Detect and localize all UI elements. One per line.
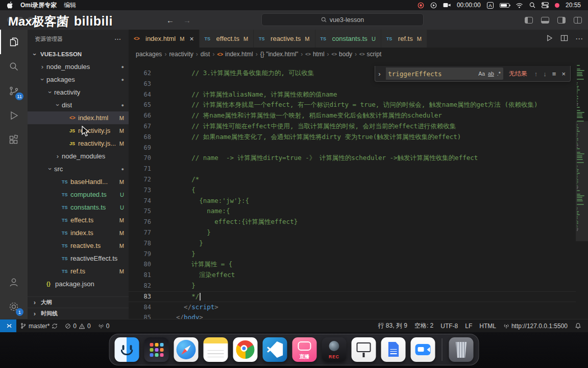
breadcrumb-item-dist[interactable]: dist [201, 51, 210, 58]
dock-icon-finder[interactable] [115, 337, 139, 362]
problems-indicator[interactable]: 0 0 [61, 319, 94, 332]
tab-effect.ts[interactable]: TSeffect.tsM [200, 30, 254, 48]
explorer-icon[interactable] [0, 30, 28, 54]
zoom-window-button[interactable] [28, 17, 34, 23]
breadcrumb-item-script[interactable]: <>script [359, 51, 381, 58]
code-line-65[interactable]: 65 // 计算属性本身就是一个effect, 有一个标识dirty = tru… [129, 100, 588, 110]
tree-item-reactive.ts[interactable]: TSreactive.tsM [28, 239, 129, 252]
play-icon[interactable] [430, 2, 437, 9]
tree-item-baseHandl...[interactable]: TSbaseHandl...M [28, 175, 129, 188]
find-in-selection-icon[interactable]: ≡ [551, 70, 558, 78]
dock-icon-docs-app[interactable] [381, 337, 406, 362]
code-line-79[interactable]: 79 } [129, 249, 588, 260]
tree-item-node_modules[interactable]: ›node_modules● [28, 60, 129, 73]
code-line-67[interactable]: 67 // 计算属性可能在effect中使用, 当取计算属性的时候, 会对当前的… [129, 121, 588, 132]
toggle-panel-icon[interactable] [541, 17, 549, 24]
dock-icon-launchpad[interactable] [144, 337, 169, 362]
battery-icon[interactable] [500, 3, 509, 8]
accounts-icon[interactable] [0, 270, 28, 294]
code-line-81[interactable]: 81 渲染effect [129, 270, 588, 281]
breadcrumb-item-index.html[interactable]: <>index.html [217, 51, 253, 58]
statusbar-live-server[interactable]: http://127.0.0.1:5500 [500, 319, 571, 332]
tree-item-index.ts[interactable]: TSindex.tsM [28, 226, 129, 239]
control-center-icon[interactable] [542, 2, 549, 8]
tree-item-constants.ts[interactable]: TSconstants.tsU [28, 201, 129, 214]
tab-index.html[interactable]: <>index.htmlM× [129, 30, 200, 48]
tree-item-reactivity[interactable]: ›reactivity [28, 86, 129, 99]
code-line-69[interactable]: 69 [129, 143, 588, 153]
dock-icon-trash[interactable] [449, 337, 474, 362]
dock-icon-notes[interactable] [204, 337, 228, 362]
search-icon[interactable] [0, 54, 28, 79]
dock-icon-projector-app[interactable] [352, 337, 376, 362]
dock-icon-meeting-app[interactable] [411, 337, 435, 362]
traffic-lights[interactable] [7, 17, 34, 23]
tree-item-reactivity.js[interactable]: JSreactivity.jsM [28, 124, 129, 137]
minimap[interactable] [576, 61, 588, 319]
menubar-clock[interactable]: 20:55 [566, 2, 581, 9]
record-indicator-icon[interactable] [418, 2, 424, 9]
statusbar-encoding[interactable]: UTF-8 [437, 319, 461, 332]
apple-menu-icon[interactable] [7, 2, 13, 9]
code-line-73[interactable]: 73 { [129, 185, 588, 196]
whole-word-toggle[interactable]: ab [486, 70, 496, 78]
toggle-sidebar-icon[interactable] [525, 17, 533, 24]
find-input[interactable] [386, 67, 477, 80]
tree-item-package.json[interactable]: {}package.json [28, 278, 129, 290]
tree-item-src[interactable]: ›src● [28, 163, 129, 175]
tab-ref.ts[interactable]: TSref.tsM [381, 30, 427, 48]
command-center-search[interactable]: vue3-lesson [261, 13, 424, 26]
code-line-70[interactable]: 70 // name -> 计算属性dirty=true -》 计算属性的sch… [129, 153, 588, 164]
camera-icon[interactable] [443, 2, 451, 8]
next-match-icon[interactable]: ↓ [542, 70, 548, 78]
code-line-66[interactable]: 66 // 将name属性和计算属性做一个映射, 稍后name变化后会触发计算属… [129, 110, 588, 121]
tree-item-index.html[interactable]: <>index.htmlM [28, 111, 129, 124]
tab-constants.ts[interactable]: TSconstants.tsU [315, 30, 381, 48]
menubar-edit-menu[interactable]: 编辑 [64, 1, 76, 10]
minimize-window-button[interactable] [17, 17, 23, 23]
tree-item-computed.ts[interactable]: TScomputed.tsU [28, 188, 129, 201]
code-line-85[interactable]: 85 </body> [129, 312, 588, 319]
bilibili-tray-icon[interactable] [555, 3, 559, 8]
menubar-app-name[interactable]: Omi录屏专家 [20, 1, 57, 10]
run-file-icon[interactable] [546, 34, 553, 43]
tree-item-ref.ts[interactable]: TSref.tsM [28, 265, 129, 278]
breadcrumb-item-index.html[interactable]: {} "index.html" [260, 51, 299, 58]
split-editor-icon[interactable] [560, 34, 568, 43]
toggle-replace-chevron-icon[interactable]: › [378, 70, 383, 78]
customize-layout-icon[interactable] [574, 17, 582, 24]
code-line-76[interactable]: 76 effect:{计算属性effect} [129, 217, 588, 227]
code-line-82[interactable]: 82 } [129, 281, 588, 291]
nav-forward-button[interactable]: → [183, 16, 191, 25]
breadcrumb-item-reactivity[interactable]: reactivity [169, 51, 193, 58]
code-line-74[interactable]: 74 {name:'jw'}:{ [129, 196, 588, 206]
code-line-71[interactable]: 71 [129, 164, 588, 174]
breadcrumb-item-body[interactable]: <>body [332, 51, 353, 58]
regex-toggle[interactable]: .* [496, 70, 502, 78]
breadcrumb-item-html[interactable]: <>html [305, 51, 324, 58]
code-line-64[interactable]: 64 // 计算属性aliasName, 计算属性依赖的值name [129, 89, 588, 100]
dock-icon-screen-recorder[interactable]: REC [322, 337, 347, 362]
code-line-84[interactable]: 84 </script> [129, 302, 588, 313]
remote-indicator[interactable] [0, 319, 16, 332]
tree-item-reactivity.js...[interactable]: JSreactivity.js...M [28, 137, 129, 150]
nav-back-button[interactable]: ← [166, 16, 174, 25]
toggle-secondary-sidebar-icon[interactable] [557, 17, 566, 24]
workspace-root-folder[interactable]: › VUE3-LESSON [28, 48, 129, 60]
ports-indicator[interactable]: 0 [94, 319, 113, 332]
code-line-75[interactable]: 75 name:{ [129, 206, 588, 217]
code-editor[interactable]: 62 // 3.计算属性具备收集能力的, 可以收集6364 // 计算属性ali… [129, 61, 588, 319]
code-line-72[interactable]: 72 /* [129, 174, 588, 185]
outline-section-header[interactable]: › 大纲 [28, 296, 129, 308]
statusbar-indentation[interactable]: 空格: 2 [411, 319, 437, 332]
close-find-icon[interactable]: × [560, 70, 567, 78]
git-branch-indicator[interactable]: master* [16, 319, 61, 332]
run-debug-icon[interactable] [0, 103, 28, 128]
code-line-78[interactable]: 78 } [129, 238, 588, 249]
extensions-icon[interactable] [0, 128, 28, 152]
code-line-83[interactable]: 83 */ [129, 291, 588, 302]
tree-item-dist[interactable]: ›dist● [28, 99, 129, 111]
timeline-section-header[interactable]: › 时间线 [28, 308, 129, 319]
spotlight-icon[interactable] [529, 2, 535, 8]
tree-item-node_modules[interactable]: ›node_modules [28, 150, 129, 163]
